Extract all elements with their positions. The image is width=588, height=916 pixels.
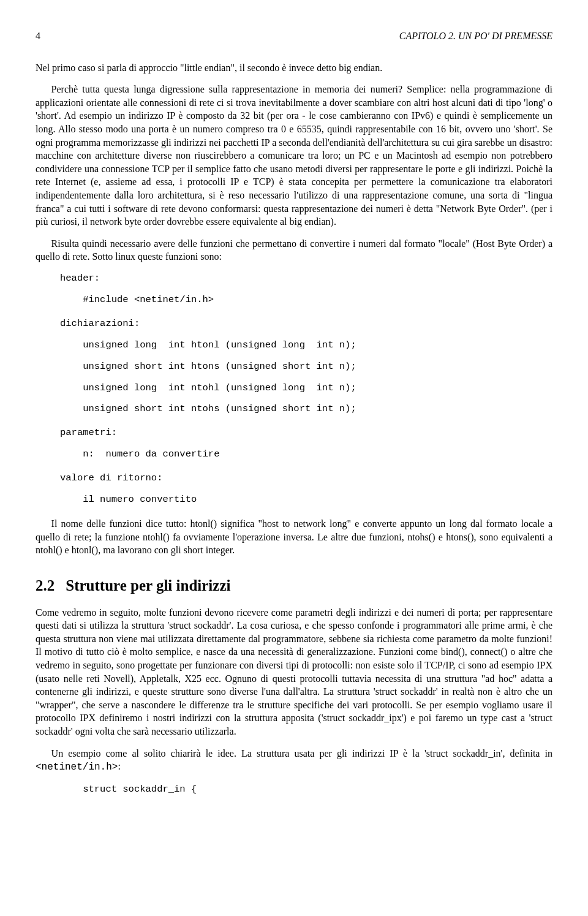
code-param-label: parametri: <box>60 426 552 439</box>
section-heading: 2.2Strutture per gli indirizzi <box>36 575 552 596</box>
code-decl-4: unsigned short int ntohs (unsigned short… <box>60 403 552 415</box>
paragraph-5: Come vedremo in seguito, molte funzioni … <box>36 606 552 738</box>
paragraph-2: Perchè tutta questa lunga digressione su… <box>36 83 552 229</box>
code-header-label: header: <box>60 272 552 285</box>
code-block-struct: struct sockaddr_in { <box>60 783 552 796</box>
section-number: 2.2 <box>36 577 55 594</box>
code-decl-2: unsigned short int htons (unsigned short… <box>60 360 552 373</box>
code-return-1: il numero convertito <box>60 493 552 506</box>
chapter-title: CAPITOLO 2. UN PO' DI PREMESSE <box>399 29 552 43</box>
code-decl-3: unsigned long int ntohl (unsigned long i… <box>60 382 552 395</box>
code-block-header: header: #include <netinet/in.h> <box>60 272 552 306</box>
paragraph-3: Risulta quindi necessario avere delle fu… <box>36 237 552 263</box>
paragraph-6: Un esempio come al solito chiarirà le id… <box>36 747 552 774</box>
page-number: 4 <box>36 29 40 43</box>
paragraph-6a: Un esempio come al solito chiarirà le id… <box>51 748 552 759</box>
code-decl-label: dichiarazioni: <box>60 317 552 330</box>
section-title: Strutture per gli indirizzi <box>66 577 230 594</box>
inline-code-include: <netinet/in.h> <box>36 762 118 773</box>
code-return-label: valore di ritorno: <box>60 472 552 485</box>
code-param-1: n: numero da convertire <box>60 448 552 461</box>
code-block-declarations: dichiarazioni: unsigned long int htonl (… <box>60 317 552 416</box>
paragraph-1: Nel primo caso si parla di approccio "li… <box>36 61 552 75</box>
page-header: 4 CAPITOLO 2. UN PO' DI PREMESSE <box>36 29 552 43</box>
code-struct-1: struct sockaddr_in { <box>60 783 552 796</box>
code-header-include: #include <netinet/in.h> <box>60 293 552 306</box>
paragraph-6c: : <box>118 761 120 771</box>
code-decl-1: unsigned long int htonl (unsigned long i… <box>60 339 552 352</box>
code-block-parameters: parametri: n: numero da convertire <box>60 426 552 461</box>
paragraph-4: Il nome delle funzioni dice tutto: htonl… <box>36 517 552 557</box>
code-block-return: valore di ritorno: il numero convertito <box>60 472 552 506</box>
